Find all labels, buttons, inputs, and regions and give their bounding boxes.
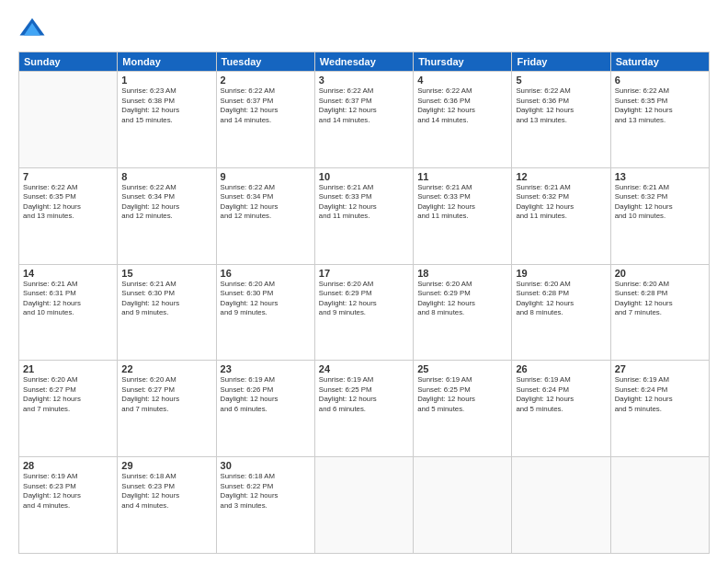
day-number: 9 (221, 171, 311, 182)
calendar-cell: 24Sunrise: 6:19 AM Sunset: 6:25 PM Dayli… (314, 361, 413, 457)
day-info: Sunrise: 6:18 AM Sunset: 6:22 PM Dayligh… (221, 472, 311, 511)
day-number: 6 (615, 75, 705, 86)
day-number: 12 (516, 171, 606, 182)
calendar-cell: 16Sunrise: 6:20 AM Sunset: 6:30 PM Dayli… (216, 264, 314, 361)
day-number: 17 (319, 268, 409, 279)
week-row-3: 14Sunrise: 6:21 AM Sunset: 6:31 PM Dayli… (19, 264, 710, 361)
calendar-cell: 21Sunrise: 6:20 AM Sunset: 6:27 PM Dayli… (19, 361, 118, 457)
day-number: 5 (516, 75, 606, 86)
day-info: Sunrise: 6:20 AM Sunset: 6:28 PM Dayligh… (615, 280, 705, 318)
calendar-cell: 6Sunrise: 6:22 AM Sunset: 6:35 PM Daylig… (610, 72, 709, 168)
day-number: 19 (516, 268, 606, 279)
day-info: Sunrise: 6:21 AM Sunset: 6:32 PM Dayligh… (615, 183, 705, 222)
weekday-row: SundayMondayTuesdayWednesdayThursdayFrid… (19, 52, 710, 72)
day-number: 3 (319, 75, 409, 86)
calendar-cell: 20Sunrise: 6:20 AM Sunset: 6:28 PM Dayli… (610, 264, 709, 361)
calendar-cell: 26Sunrise: 6:19 AM Sunset: 6:24 PM Dayli… (512, 361, 610, 457)
day-info: Sunrise: 6:18 AM Sunset: 6:23 PM Dayligh… (121, 472, 211, 511)
day-number: 23 (221, 363, 311, 374)
header (18, 15, 710, 42)
day-info: Sunrise: 6:20 AM Sunset: 6:30 PM Dayligh… (221, 280, 311, 318)
day-info: Sunrise: 6:22 AM Sunset: 6:37 PM Dayligh… (221, 86, 311, 125)
day-number: 21 (23, 363, 113, 374)
day-info: Sunrise: 6:20 AM Sunset: 6:27 PM Dayligh… (23, 375, 113, 414)
logo-icon (18, 15, 46, 42)
day-number: 26 (516, 363, 606, 374)
day-info: Sunrise: 6:21 AM Sunset: 6:30 PM Dayligh… (121, 280, 211, 318)
calendar-cell: 28Sunrise: 6:19 AM Sunset: 6:23 PM Dayli… (19, 457, 118, 554)
day-info: Sunrise: 6:19 AM Sunset: 6:24 PM Dayligh… (615, 375, 705, 414)
weekday-header-wednesday: Wednesday (314, 52, 413, 72)
day-info: Sunrise: 6:22 AM Sunset: 6:35 PM Dayligh… (615, 86, 705, 125)
day-number: 16 (221, 268, 311, 279)
day-info: Sunrise: 6:19 AM Sunset: 6:25 PM Dayligh… (417, 375, 507, 414)
week-row-2: 7Sunrise: 6:22 AM Sunset: 6:35 PM Daylig… (19, 167, 710, 264)
day-number: 20 (615, 268, 705, 279)
calendar-cell (19, 72, 118, 168)
calendar-cell: 11Sunrise: 6:21 AM Sunset: 6:33 PM Dayli… (414, 167, 512, 264)
calendar-cell: 10Sunrise: 6:21 AM Sunset: 6:33 PM Dayli… (314, 167, 413, 264)
calendar-cell: 5Sunrise: 6:22 AM Sunset: 6:36 PM Daylig… (512, 72, 610, 168)
calendar-cell: 18Sunrise: 6:20 AM Sunset: 6:29 PM Dayli… (414, 264, 512, 361)
calendar-cell: 9Sunrise: 6:22 AM Sunset: 6:34 PM Daylig… (216, 167, 314, 264)
calendar-cell: 12Sunrise: 6:21 AM Sunset: 6:32 PM Dayli… (512, 167, 610, 264)
calendar-cell: 17Sunrise: 6:20 AM Sunset: 6:29 PM Dayli… (314, 264, 413, 361)
calendar-cell: 23Sunrise: 6:19 AM Sunset: 6:26 PM Dayli… (216, 361, 314, 457)
day-info: Sunrise: 6:22 AM Sunset: 6:37 PM Dayligh… (319, 86, 409, 125)
calendar-cell: 15Sunrise: 6:21 AM Sunset: 6:30 PM Dayli… (118, 264, 216, 361)
day-number: 15 (121, 268, 211, 279)
calendar-cell: 2Sunrise: 6:22 AM Sunset: 6:37 PM Daylig… (216, 72, 314, 168)
calendar-cell: 22Sunrise: 6:20 AM Sunset: 6:27 PM Dayli… (118, 361, 216, 457)
calendar-cell: 8Sunrise: 6:22 AM Sunset: 6:34 PM Daylig… (118, 167, 216, 264)
calendar-cell: 4Sunrise: 6:22 AM Sunset: 6:36 PM Daylig… (414, 72, 512, 168)
week-row-5: 28Sunrise: 6:19 AM Sunset: 6:23 PM Dayli… (19, 457, 710, 554)
calendar-header: SundayMondayTuesdayWednesdayThursdayFrid… (19, 52, 710, 72)
day-info: Sunrise: 6:20 AM Sunset: 6:28 PM Dayligh… (516, 280, 606, 318)
day-info: Sunrise: 6:21 AM Sunset: 6:33 PM Dayligh… (319, 183, 409, 222)
calendar-cell (414, 457, 512, 554)
day-info: Sunrise: 6:21 AM Sunset: 6:33 PM Dayligh… (417, 183, 507, 222)
weekday-header-saturday: Saturday (610, 52, 709, 72)
calendar-cell: 3Sunrise: 6:22 AM Sunset: 6:37 PM Daylig… (314, 72, 413, 168)
day-info: Sunrise: 6:19 AM Sunset: 6:23 PM Dayligh… (23, 472, 113, 511)
day-info: Sunrise: 6:20 AM Sunset: 6:27 PM Dayligh… (121, 375, 211, 414)
calendar-cell: 14Sunrise: 6:21 AM Sunset: 6:31 PM Dayli… (19, 264, 118, 361)
day-number: 8 (121, 171, 211, 182)
day-number: 22 (121, 363, 211, 374)
calendar-cell: 1Sunrise: 6:23 AM Sunset: 6:38 PM Daylig… (118, 72, 216, 168)
day-number: 10 (319, 171, 409, 182)
day-number: 14 (23, 268, 113, 279)
calendar-cell: 7Sunrise: 6:22 AM Sunset: 6:35 PM Daylig… (19, 167, 118, 264)
calendar-cell (512, 457, 610, 554)
weekday-header-tuesday: Tuesday (216, 52, 314, 72)
day-number: 24 (319, 363, 409, 374)
day-info: Sunrise: 6:22 AM Sunset: 6:35 PM Dayligh… (23, 183, 113, 222)
calendar-cell: 25Sunrise: 6:19 AM Sunset: 6:25 PM Dayli… (414, 361, 512, 457)
day-info: Sunrise: 6:21 AM Sunset: 6:31 PM Dayligh… (23, 280, 113, 318)
day-number: 30 (221, 460, 311, 471)
calendar-cell: 30Sunrise: 6:18 AM Sunset: 6:22 PM Dayli… (216, 457, 314, 554)
day-number: 7 (23, 171, 113, 182)
day-number: 27 (615, 363, 705, 374)
calendar-body: 1Sunrise: 6:23 AM Sunset: 6:38 PM Daylig… (19, 72, 710, 554)
day-info: Sunrise: 6:22 AM Sunset: 6:34 PM Dayligh… (121, 183, 211, 222)
page: SundayMondayTuesdayWednesdayThursdayFrid… (0, 0, 728, 563)
weekday-header-sunday: Sunday (19, 52, 118, 72)
weekday-header-thursday: Thursday (414, 52, 512, 72)
calendar-cell: 19Sunrise: 6:20 AM Sunset: 6:28 PM Dayli… (512, 264, 610, 361)
day-number: 18 (417, 268, 507, 279)
calendar-cell (314, 457, 413, 554)
day-info: Sunrise: 6:22 AM Sunset: 6:36 PM Dayligh… (516, 86, 606, 125)
calendar: SundayMondayTuesdayWednesdayThursdayFrid… (18, 52, 710, 554)
calendar-cell: 29Sunrise: 6:18 AM Sunset: 6:23 PM Dayli… (118, 457, 216, 554)
day-number: 25 (417, 363, 507, 374)
day-info: Sunrise: 6:20 AM Sunset: 6:29 PM Dayligh… (319, 280, 409, 318)
logo (18, 15, 48, 42)
day-info: Sunrise: 6:22 AM Sunset: 6:34 PM Dayligh… (221, 183, 311, 222)
day-number: 29 (121, 460, 211, 471)
day-info: Sunrise: 6:21 AM Sunset: 6:32 PM Dayligh… (516, 183, 606, 222)
day-info: Sunrise: 6:19 AM Sunset: 6:26 PM Dayligh… (221, 375, 311, 414)
day-number: 13 (615, 171, 705, 182)
day-number: 2 (221, 75, 311, 86)
calendar-cell (610, 457, 709, 554)
